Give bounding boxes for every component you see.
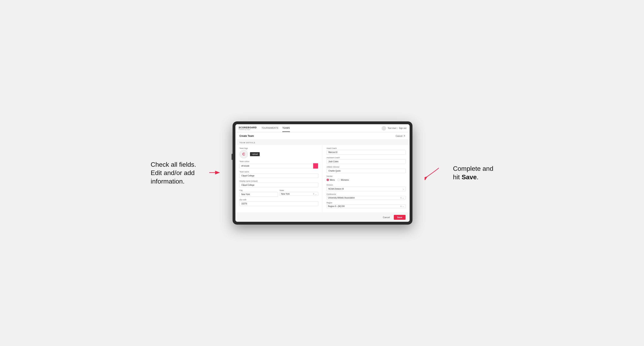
nav-logo: SCOREBOARD Powered by clippd — [239, 126, 257, 130]
assistant-coach-input[interactable] — [326, 159, 406, 164]
athletic-director-input[interactable] — [326, 169, 406, 173]
right-arrow — [424, 164, 441, 182]
form-body: Team logo C Upload Team colour — [236, 145, 410, 213]
left-instructions: Check all fields. Edit and/or add inform… — [151, 161, 196, 186]
logo-subtitle: Powered by clippd — [239, 129, 257, 130]
display-name-group: Display name (unique) — [240, 180, 318, 187]
tablet: SCOREBOARD Powered by clippd TOURNAMENTS… — [232, 121, 412, 225]
team-logo-label: Team logo — [240, 147, 318, 149]
logo-area: C Upload — [240, 150, 318, 159]
state-label: State — [280, 189, 318, 191]
athletic-director-label: Athletic Director — [326, 166, 406, 168]
division-group: Division NCAA Division III ⌄ — [326, 184, 406, 191]
tablet-screen: SCOREBOARD Powered by clippd TOURNAMENTS… — [236, 124, 410, 222]
city-state-row: City State New York ✕ ⌄ — [240, 189, 318, 197]
region-value: Region II - (M) DIII — [328, 205, 399, 207]
division-label: Division — [326, 184, 406, 186]
zip-input[interactable] — [240, 201, 318, 206]
conference-chevron-icon[interactable]: ⌄ — [402, 197, 404, 199]
division-select-wrapper: NCAA Division III ⌄ — [326, 186, 406, 191]
gender-group: Gender Mens Womens — [326, 175, 406, 182]
assistant-coach-label: Assistant Coach — [326, 157, 406, 159]
assistant-coach-group: Assistant Coach — [326, 157, 406, 164]
nav-bar: SCOREBOARD Powered by clippd TOURNAMENTS… — [236, 124, 410, 132]
colour-input[interactable] — [240, 164, 313, 168]
city-subgroup: City — [240, 189, 278, 197]
womens-radio[interactable] — [338, 179, 340, 181]
form-col-right: Head Coach Assistant Coach Athletic Dire… — [322, 145, 410, 213]
nav-tournaments[interactable]: TOURNAMENTS — [262, 124, 278, 132]
region-group: Region Region II - (M) DIII ✕ ⌄ — [326, 202, 406, 208]
form-footer: Cancel Save — [236, 213, 410, 222]
left-arrow — [208, 169, 220, 177]
instruction-text-right: Complete and hit Save. — [453, 165, 493, 181]
form-header: Create Team Cancel ✕ — [236, 132, 410, 140]
zip-label: Zip code — [240, 199, 318, 201]
conference-clear-icon[interactable]: ✕ — [400, 197, 402, 199]
team-name-input[interactable] — [240, 173, 318, 178]
nav-teams[interactable]: TEAMS — [282, 124, 290, 132]
gender-label: Gender — [326, 175, 406, 177]
state-chevron-icon[interactable]: ⌄ — [315, 193, 317, 195]
state-select-wrapper: New York ✕ ⌄ — [280, 192, 318, 196]
logo-title: SCOREBOARD — [239, 126, 257, 129]
conference-select-wrapper: University Athletic Association ✕ ⌄ — [326, 196, 406, 200]
region-clear-icon[interactable]: ✕ — [400, 205, 402, 207]
avatar — [382, 126, 386, 131]
sign-out-link[interactable]: Sign out — [399, 127, 406, 129]
city-state-group: City State New York ✕ ⌄ — [240, 189, 318, 197]
state-value: New York — [281, 193, 312, 195]
state-subgroup: State New York ✕ ⌄ — [280, 189, 318, 197]
region-select-wrapper: Region II - (M) DIII ✕ ⌄ — [326, 204, 406, 208]
team-colour-label: Team colour — [240, 161, 318, 163]
nav-user: Test User | Sign out — [382, 126, 406, 131]
zip-code-group: Zip code — [240, 199, 318, 206]
nav-links: TOURNAMENTS TEAMS — [262, 124, 382, 132]
head-coach-label: Head Coach — [326, 147, 406, 149]
team-logo-group: Team logo C Upload — [240, 147, 318, 159]
instruction-text-left: Check all fields. Edit and/or add inform… — [151, 161, 196, 186]
colour-field-wrapper — [240, 163, 318, 169]
gender-womens-option[interactable]: Womens — [338, 179, 349, 181]
state-clear-icon[interactable]: ✕ — [313, 193, 314, 195]
mens-radio[interactable] — [326, 179, 329, 181]
region-chevron-icon[interactable]: ⌄ — [402, 205, 404, 207]
team-colour-group: Team colour — [240, 161, 318, 169]
division-select[interactable]: NCAA Division III — [326, 186, 406, 191]
team-name-group: Team name — [240, 171, 318, 178]
upload-button[interactable]: Upload — [250, 152, 260, 156]
team-name-label: Team name — [240, 171, 318, 173]
form-col-left: Team logo C Upload Team colour — [236, 145, 322, 213]
city-input[interactable] — [240, 192, 278, 197]
close-icon[interactable]: ✕ — [403, 134, 406, 137]
save-button[interactable]: Save — [394, 215, 406, 220]
head-coach-group: Head Coach — [326, 147, 406, 155]
conference-value: University Athletic Association — [328, 197, 399, 199]
radio-group: Mens Womens — [326, 178, 406, 182]
cancel-top[interactable]: Cancel ✕ — [396, 134, 406, 137]
right-instructions: Complete and hit Save. — [453, 165, 493, 181]
head-coach-input[interactable] — [326, 150, 406, 155]
conference-group: Conference University Athletic Associati… — [326, 193, 406, 200]
gender-mens-option[interactable]: Mens — [326, 179, 335, 181]
cancel-button[interactable]: Cancel — [380, 215, 392, 220]
region-label: Region — [326, 202, 406, 204]
user-name: Test User | — [388, 127, 398, 129]
logo-circle: C — [240, 150, 248, 159]
conference-label: Conference — [326, 193, 406, 195]
display-name-input[interactable] — [240, 183, 318, 187]
colour-swatch[interactable] — [313, 163, 318, 169]
form-title: Create Team — [240, 135, 254, 137]
city-label: City — [240, 189, 278, 191]
display-name-label: Display name (unique) — [240, 180, 318, 182]
athletic-director-group: Athletic Director — [326, 166, 406, 173]
section-label: TEAM DETAILS — [236, 140, 410, 145]
